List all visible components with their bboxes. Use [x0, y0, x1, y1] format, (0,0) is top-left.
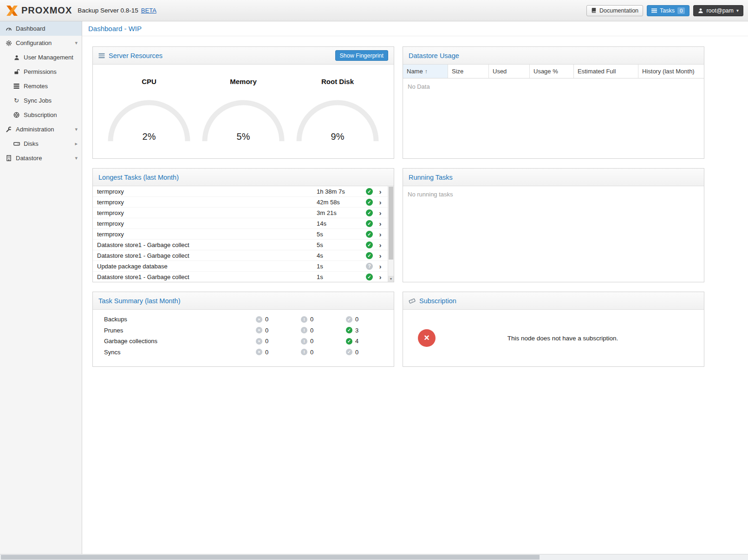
column-label: Usage %: [533, 68, 558, 75]
summary-row: Backups ×0 !0 ✓0: [93, 314, 394, 325]
sidebar-item-permissions[interactable]: Permissions: [0, 65, 82, 79]
task-row[interactable]: termproxy 5s ✓ ›: [93, 229, 388, 240]
hdd-icon: [13, 141, 20, 147]
task-list-icon: [651, 8, 657, 13]
summary-label: Garbage collections: [104, 338, 256, 345]
task-duration: 5s: [317, 231, 366, 238]
show-fingerprint-button[interactable]: Show Fingerprint: [335, 50, 389, 61]
column-header-name[interactable]: Name ↑: [403, 65, 448, 78]
top-bar: PROXMOX Backup Server 0.8-15 BETA Docume…: [0, 0, 748, 21]
sidebar-item-dashboard[interactable]: Dashboard: [0, 21, 82, 36]
summary-label: Backups: [104, 316, 256, 323]
column-label: Estimated Full: [578, 68, 616, 75]
chevron-right-icon[interactable]: ▸: [75, 141, 78, 147]
task-status-icon: ✓: [366, 188, 373, 195]
user-menu-button[interactable]: root@pam ▾: [693, 5, 743, 16]
chevron-right-icon[interactable]: ›: [373, 230, 388, 238]
beta-link[interactable]: BETA: [141, 7, 156, 14]
sidebar-item-label: Disks: [24, 140, 75, 147]
column-header-used[interactable]: Used: [489, 65, 530, 78]
summary-row: Garbage collections ×0 !0 ✓4: [93, 336, 394, 347]
task-row[interactable]: Datastore store1 - Garbage collect 4s ✓ …: [93, 250, 388, 261]
datastore-usage-header: Datastore Usage: [403, 47, 704, 65]
sidebar-item-user-management[interactable]: User Management: [0, 50, 82, 65]
sidebar-item-sync-jobs[interactable]: ↻ Sync Jobs: [0, 93, 82, 108]
task-name-label: termproxy: [97, 199, 317, 206]
task-status-icon: ?: [366, 263, 373, 270]
chevron-down-icon[interactable]: ▾: [75, 126, 78, 132]
running-tasks-body: No running tasks: [403, 186, 704, 282]
ok-count: 3: [355, 327, 358, 334]
main-content: Dashboard - WIP Server Resources: [82, 21, 748, 554]
chevron-right-icon[interactable]: ›: [373, 252, 388, 260]
tasks-button[interactable]: Tasks 0: [647, 5, 689, 16]
column-header-usage[interactable]: Usage %: [530, 65, 574, 78]
chevron-down-icon[interactable]: ▾: [75, 155, 78, 161]
column-header-size[interactable]: Size: [448, 65, 489, 78]
task-status-icon: ✓: [366, 209, 373, 216]
app-window: PROXMOX Backup Server 0.8-15 BETA Docume…: [0, 0, 748, 560]
column-label: History (last Month): [642, 68, 695, 75]
warning-circle-icon: !: [301, 316, 307, 323]
longest-tasks-panel: Longest Tasks (last Month) termproxy 1h …: [92, 168, 394, 282]
no-running-tasks-label: No running tasks: [403, 186, 704, 202]
summary-row: Syncs ×0 !0 ✓0: [93, 347, 394, 358]
scrollbar-thumb[interactable]: [1, 555, 540, 560]
chevron-right-icon[interactable]: ›: [373, 198, 388, 206]
scrollbar-thumb[interactable]: [389, 187, 393, 260]
chevron-right-icon[interactable]: ›: [373, 273, 388, 281]
sidebar-item-remotes[interactable]: Remotes: [0, 79, 82, 93]
horizontal-scrollbar[interactable]: [0, 554, 748, 560]
sidebar-item-administration[interactable]: Administration ▾: [0, 122, 82, 137]
task-row[interactable]: Update package database 1s ? ›: [93, 261, 388, 272]
chevron-right-icon[interactable]: ›: [373, 220, 388, 228]
no-data-label: No Data: [403, 78, 704, 95]
task-status-icon: ✓: [366, 273, 373, 280]
task-name-label: termproxy: [97, 220, 317, 227]
vertical-scrollbar[interactable]: ▼: [388, 186, 394, 282]
chevron-right-icon[interactable]: ›: [373, 262, 388, 270]
sidebar-item-disks[interactable]: Disks ▸: [0, 137, 82, 151]
user-icon: [698, 8, 703, 13]
task-row[interactable]: Datastore store1 - Garbage collect 5s ✓ …: [93, 240, 388, 250]
warning-count: 0: [310, 338, 313, 345]
task-row[interactable]: termproxy 14s ✓ ›: [93, 218, 388, 229]
server-resources-body: CPU 2%: [93, 65, 394, 158]
gauge-label: CPU: [142, 78, 156, 85]
chevron-right-icon[interactable]: ›: [373, 241, 388, 249]
memory-gauge: Memory 5%: [199, 65, 287, 143]
chevron-right-icon[interactable]: ›: [373, 188, 388, 195]
task-row[interactable]: termproxy 3m 21s ✓ ›: [93, 208, 388, 218]
chevron-down-icon: ▾: [736, 8, 739, 13]
gauge-label: Memory: [230, 78, 257, 85]
sidebar-item-datastore[interactable]: Datastore ▾: [0, 151, 82, 165]
chevron-down-icon[interactable]: ▾: [75, 40, 78, 46]
ok-count: 0: [355, 349, 358, 356]
column-header-history[interactable]: History (last Month): [638, 65, 704, 78]
task-name-label: Datastore store1 - Garbage collect: [97, 241, 317, 248]
ok-count: 4: [355, 338, 358, 345]
error-circle-icon: ×: [256, 349, 262, 355]
task-row[interactable]: termproxy 1h 38m 7s ✓ ›: [93, 186, 388, 197]
subscription-body: × This node does not have a subscription…: [403, 310, 704, 366]
task-status-icon: ✓: [366, 220, 373, 227]
documentation-button[interactable]: Documentation: [586, 5, 643, 16]
sort-asc-icon: ↑: [425, 68, 428, 75]
sidebar-item-configuration[interactable]: Configuration ▾: [0, 36, 82, 50]
task-duration: 5s: [317, 241, 366, 248]
column-header-estimated-full[interactable]: Estimated Full: [574, 65, 638, 78]
server-resources-header: Server Resources Show Fingerprint: [93, 47, 394, 65]
no-subscription-error-icon: ×: [418, 329, 436, 347]
page-title: Dashboard - WIP: [88, 25, 142, 33]
proxmox-x-logo-icon: [6, 5, 19, 17]
sidebar-item-label: Datastore: [16, 155, 75, 162]
error-circle-icon: ×: [256, 316, 262, 323]
panel-title: Subscription: [419, 297, 456, 305]
user-label: root@pam: [706, 7, 734, 14]
task-row[interactable]: Datastore store1 - Garbage collect 1s ✓ …: [93, 272, 388, 282]
server-resources-panel: Server Resources Show Fingerprint CPU: [92, 46, 394, 159]
sidebar-item-subscription[interactable]: Subscription: [0, 108, 82, 122]
chevron-right-icon[interactable]: ›: [373, 209, 388, 217]
scroll-down-arrow-icon[interactable]: ▼: [388, 276, 394, 282]
task-row[interactable]: termproxy 42m 58s ✓ ›: [93, 197, 388, 208]
